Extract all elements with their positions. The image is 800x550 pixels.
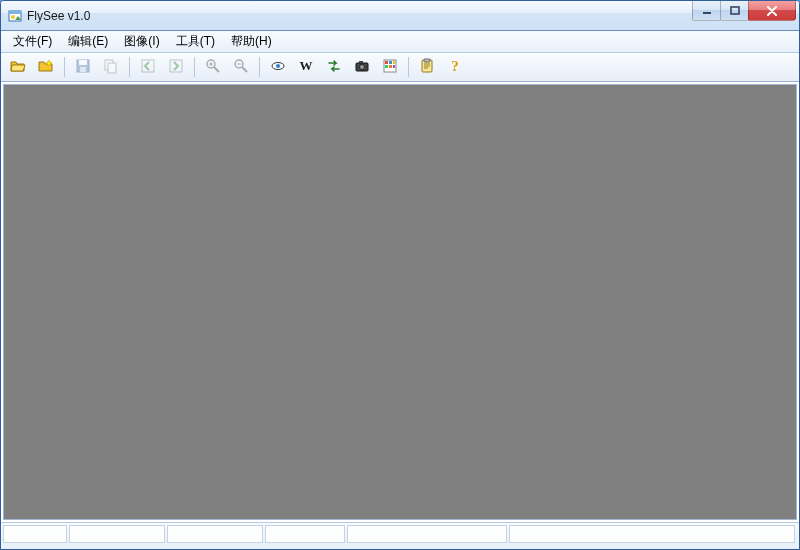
content-area: [3, 84, 797, 520]
status-pane-2: [69, 525, 165, 543]
save-icon: [75, 58, 91, 77]
status-pane-4: [265, 525, 345, 543]
palette-button[interactable]: [377, 54, 403, 80]
menu-edit[interactable]: 编辑(E): [60, 31, 116, 52]
titlebar[interactable]: FlySee v1.0: [1, 1, 799, 31]
copy-button[interactable]: [98, 54, 124, 80]
status-pane-5: [347, 525, 507, 543]
camera-icon: [354, 58, 370, 77]
toolbar: W ?: [1, 53, 799, 82]
toolbar-separator: [64, 57, 65, 77]
menubar: 文件(F) 编辑(E) 图像(I) 工具(T) 帮助(H): [1, 31, 799, 53]
svg-rect-30: [424, 59, 430, 62]
svg-rect-7: [80, 67, 86, 72]
open-icon: [10, 58, 26, 77]
eye-button[interactable]: [265, 54, 291, 80]
toolbar-separator: [408, 57, 409, 77]
status-pane-1: [3, 525, 67, 543]
svg-point-21: [360, 64, 365, 69]
close-icon: [766, 6, 778, 16]
prev-icon: [140, 58, 156, 77]
w-button[interactable]: W: [293, 54, 319, 80]
status-pane-3: [167, 525, 263, 543]
svg-rect-3: [703, 12, 711, 14]
svg-rect-6: [79, 60, 87, 65]
convert-icon: [326, 58, 342, 77]
w-icon: W: [298, 58, 314, 77]
svg-rect-28: [393, 65, 395, 68]
help-button[interactable]: ?: [442, 54, 468, 80]
svg-text:W: W: [300, 58, 313, 73]
clipboard-button[interactable]: [414, 54, 440, 80]
close-button[interactable]: [748, 1, 796, 21]
convert-button[interactable]: [321, 54, 347, 80]
svg-point-2: [11, 15, 15, 19]
svg-rect-24: [389, 61, 392, 64]
open-button[interactable]: [5, 54, 31, 80]
svg-rect-25: [393, 61, 395, 64]
palette-icon: [382, 58, 398, 77]
next-icon: [168, 58, 184, 77]
menu-tools[interactable]: 工具(T): [168, 31, 223, 52]
svg-rect-20: [359, 61, 363, 63]
maximize-icon: [730, 6, 740, 16]
next-button[interactable]: [163, 54, 189, 80]
maximize-button[interactable]: [720, 1, 749, 21]
svg-text:?: ?: [451, 58, 459, 74]
prev-button[interactable]: [135, 54, 161, 80]
window-controls: [693, 1, 799, 30]
copy-icon: [103, 58, 119, 77]
svg-rect-11: [170, 60, 182, 72]
menu-image[interactable]: 图像(I): [116, 31, 167, 52]
svg-rect-4: [731, 7, 739, 14]
save-button[interactable]: [70, 54, 96, 80]
clipboard-icon: [419, 58, 435, 77]
zoom-out-icon: [233, 58, 249, 77]
zoom-out-button[interactable]: [228, 54, 254, 80]
svg-rect-27: [389, 65, 392, 68]
menu-help[interactable]: 帮助(H): [223, 31, 280, 52]
svg-rect-1: [9, 11, 21, 14]
window-title: FlySee v1.0: [27, 9, 693, 23]
app-window: FlySee v1.0 文件(F) 编辑(E) 图像(I) 工具(T) 帮助(H…: [0, 0, 800, 550]
status-pane-fill: [509, 525, 795, 543]
minimize-icon: [702, 6, 712, 16]
svg-rect-23: [385, 61, 388, 64]
svg-rect-26: [385, 65, 388, 68]
zoom-in-icon: [205, 58, 221, 77]
statusbar: [1, 522, 799, 549]
toolbar-separator: [259, 57, 260, 77]
svg-line-13: [214, 67, 219, 72]
help-icon: ?: [447, 58, 463, 77]
new-folder-button[interactable]: [33, 54, 59, 80]
toolbar-separator: [194, 57, 195, 77]
eye-icon: [270, 58, 286, 77]
toolbar-separator: [129, 57, 130, 77]
menu-file[interactable]: 文件(F): [5, 31, 60, 52]
minimize-button[interactable]: [692, 1, 721, 21]
new-folder-icon: [38, 58, 54, 77]
app-icon: [7, 8, 23, 24]
svg-rect-9: [108, 63, 116, 73]
svg-point-17: [276, 64, 280, 68]
camera-button[interactable]: [349, 54, 375, 80]
zoom-in-button[interactable]: [200, 54, 226, 80]
svg-line-15: [242, 67, 247, 72]
